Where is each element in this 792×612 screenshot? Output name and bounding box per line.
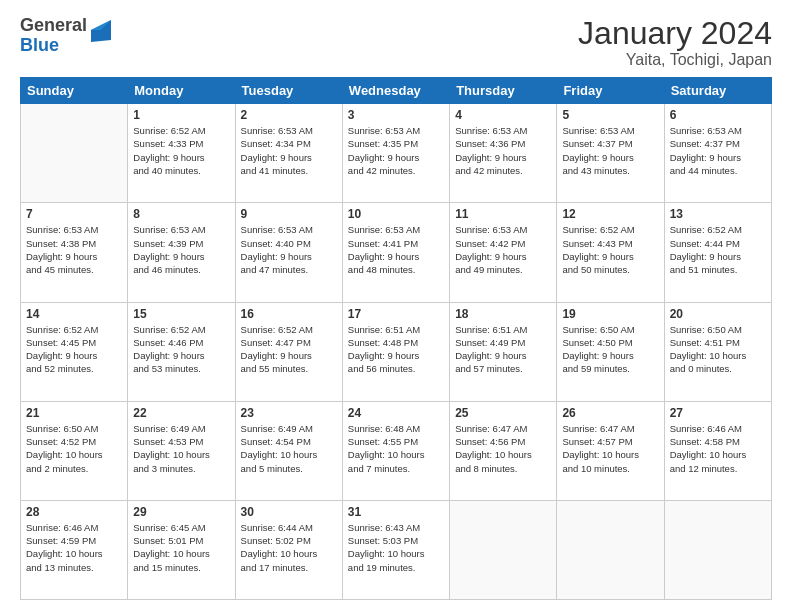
day-number: 4 [455,108,551,122]
day-info: Sunrise: 6:53 AM Sunset: 4:42 PM Dayligh… [455,223,551,276]
day-info: Sunrise: 6:46 AM Sunset: 4:58 PM Dayligh… [670,422,766,475]
day-number: 7 [26,207,122,221]
table-row: 29Sunrise: 6:45 AM Sunset: 5:01 PM Dayli… [128,500,235,599]
day-info: Sunrise: 6:52 AM Sunset: 4:33 PM Dayligh… [133,124,229,177]
day-number: 19 [562,307,658,321]
calendar-title: January 2024 [578,16,772,51]
day-info: Sunrise: 6:53 AM Sunset: 4:38 PM Dayligh… [26,223,122,276]
table-row [450,500,557,599]
calendar-subtitle: Yaita, Tochigi, Japan [578,51,772,69]
day-number: 15 [133,307,229,321]
day-info: Sunrise: 6:43 AM Sunset: 5:03 PM Dayligh… [348,521,444,574]
table-row: 18Sunrise: 6:51 AM Sunset: 4:49 PM Dayli… [450,302,557,401]
table-row: 9Sunrise: 6:53 AM Sunset: 4:40 PM Daylig… [235,203,342,302]
table-row: 23Sunrise: 6:49 AM Sunset: 4:54 PM Dayli… [235,401,342,500]
header: General Blue January 2024 Yaita, Tochigi… [20,16,772,69]
table-row: 22Sunrise: 6:49 AM Sunset: 4:53 PM Dayli… [128,401,235,500]
table-row: 27Sunrise: 6:46 AM Sunset: 4:58 PM Dayli… [664,401,771,500]
day-number: 16 [241,307,337,321]
day-info: Sunrise: 6:47 AM Sunset: 4:57 PM Dayligh… [562,422,658,475]
day-info: Sunrise: 6:53 AM Sunset: 4:37 PM Dayligh… [670,124,766,177]
day-number: 29 [133,505,229,519]
day-info: Sunrise: 6:51 AM Sunset: 4:48 PM Dayligh… [348,323,444,376]
day-number: 31 [348,505,444,519]
table-row: 12Sunrise: 6:52 AM Sunset: 4:43 PM Dayli… [557,203,664,302]
table-row: 26Sunrise: 6:47 AM Sunset: 4:57 PM Dayli… [557,401,664,500]
table-row: 21Sunrise: 6:50 AM Sunset: 4:52 PM Dayli… [21,401,128,500]
day-number: 8 [133,207,229,221]
day-number: 5 [562,108,658,122]
day-info: Sunrise: 6:47 AM Sunset: 4:56 PM Dayligh… [455,422,551,475]
day-info: Sunrise: 6:53 AM Sunset: 4:36 PM Dayligh… [455,124,551,177]
day-number: 12 [562,207,658,221]
day-info: Sunrise: 6:52 AM Sunset: 4:44 PM Dayligh… [670,223,766,276]
table-row: 8Sunrise: 6:53 AM Sunset: 4:39 PM Daylig… [128,203,235,302]
page: General Blue January 2024 Yaita, Tochigi… [0,0,792,612]
table-row: 13Sunrise: 6:52 AM Sunset: 4:44 PM Dayli… [664,203,771,302]
day-info: Sunrise: 6:53 AM Sunset: 4:35 PM Dayligh… [348,124,444,177]
table-row: 1Sunrise: 6:52 AM Sunset: 4:33 PM Daylig… [128,104,235,203]
day-number: 14 [26,307,122,321]
table-row: 6Sunrise: 6:53 AM Sunset: 4:37 PM Daylig… [664,104,771,203]
title-block: January 2024 Yaita, Tochigi, Japan [578,16,772,69]
table-row: 7Sunrise: 6:53 AM Sunset: 4:38 PM Daylig… [21,203,128,302]
logo-text-blue: Blue [20,36,59,56]
day-info: Sunrise: 6:50 AM Sunset: 4:51 PM Dayligh… [670,323,766,376]
table-row: 28Sunrise: 6:46 AM Sunset: 4:59 PM Dayli… [21,500,128,599]
logo: General Blue [20,16,111,56]
table-row [21,104,128,203]
day-number: 25 [455,406,551,420]
day-info: Sunrise: 6:53 AM Sunset: 4:41 PM Dayligh… [348,223,444,276]
day-info: Sunrise: 6:51 AM Sunset: 4:49 PM Dayligh… [455,323,551,376]
calendar-week-row: 7Sunrise: 6:53 AM Sunset: 4:38 PM Daylig… [21,203,772,302]
day-info: Sunrise: 6:52 AM Sunset: 4:43 PM Dayligh… [562,223,658,276]
table-row: 11Sunrise: 6:53 AM Sunset: 4:42 PM Dayli… [450,203,557,302]
day-number: 17 [348,307,444,321]
calendar-week-row: 14Sunrise: 6:52 AM Sunset: 4:45 PM Dayli… [21,302,772,401]
col-saturday: Saturday [664,78,771,104]
table-row [664,500,771,599]
day-info: Sunrise: 6:53 AM Sunset: 4:37 PM Dayligh… [562,124,658,177]
col-wednesday: Wednesday [342,78,449,104]
table-row: 3Sunrise: 6:53 AM Sunset: 4:35 PM Daylig… [342,104,449,203]
svg-marker-0 [91,20,111,42]
logo-bird-icon [91,20,111,52]
table-row: 19Sunrise: 6:50 AM Sunset: 4:50 PM Dayli… [557,302,664,401]
day-number: 26 [562,406,658,420]
table-row: 16Sunrise: 6:52 AM Sunset: 4:47 PM Dayli… [235,302,342,401]
table-row [557,500,664,599]
day-number: 23 [241,406,337,420]
day-info: Sunrise: 6:46 AM Sunset: 4:59 PM Dayligh… [26,521,122,574]
day-number: 30 [241,505,337,519]
table-row: 2Sunrise: 6:53 AM Sunset: 4:34 PM Daylig… [235,104,342,203]
day-info: Sunrise: 6:52 AM Sunset: 4:47 PM Dayligh… [241,323,337,376]
day-info: Sunrise: 6:45 AM Sunset: 5:01 PM Dayligh… [133,521,229,574]
day-info: Sunrise: 6:50 AM Sunset: 4:50 PM Dayligh… [562,323,658,376]
day-number: 20 [670,307,766,321]
day-number: 11 [455,207,551,221]
day-number: 28 [26,505,122,519]
day-number: 24 [348,406,444,420]
day-info: Sunrise: 6:53 AM Sunset: 4:39 PM Dayligh… [133,223,229,276]
table-row: 31Sunrise: 6:43 AM Sunset: 5:03 PM Dayli… [342,500,449,599]
calendar-header-row: Sunday Monday Tuesday Wednesday Thursday… [21,78,772,104]
table-row: 15Sunrise: 6:52 AM Sunset: 4:46 PM Dayli… [128,302,235,401]
day-info: Sunrise: 6:49 AM Sunset: 4:54 PM Dayligh… [241,422,337,475]
day-number: 2 [241,108,337,122]
day-number: 21 [26,406,122,420]
day-info: Sunrise: 6:48 AM Sunset: 4:55 PM Dayligh… [348,422,444,475]
day-info: Sunrise: 6:52 AM Sunset: 4:45 PM Dayligh… [26,323,122,376]
col-monday: Monday [128,78,235,104]
day-number: 6 [670,108,766,122]
logo-text-general: General [20,16,87,36]
day-number: 3 [348,108,444,122]
col-sunday: Sunday [21,78,128,104]
table-row: 25Sunrise: 6:47 AM Sunset: 4:56 PM Dayli… [450,401,557,500]
col-thursday: Thursday [450,78,557,104]
day-number: 1 [133,108,229,122]
day-info: Sunrise: 6:52 AM Sunset: 4:46 PM Dayligh… [133,323,229,376]
day-number: 22 [133,406,229,420]
calendar-week-row: 1Sunrise: 6:52 AM Sunset: 4:33 PM Daylig… [21,104,772,203]
table-row: 17Sunrise: 6:51 AM Sunset: 4:48 PM Dayli… [342,302,449,401]
col-friday: Friday [557,78,664,104]
